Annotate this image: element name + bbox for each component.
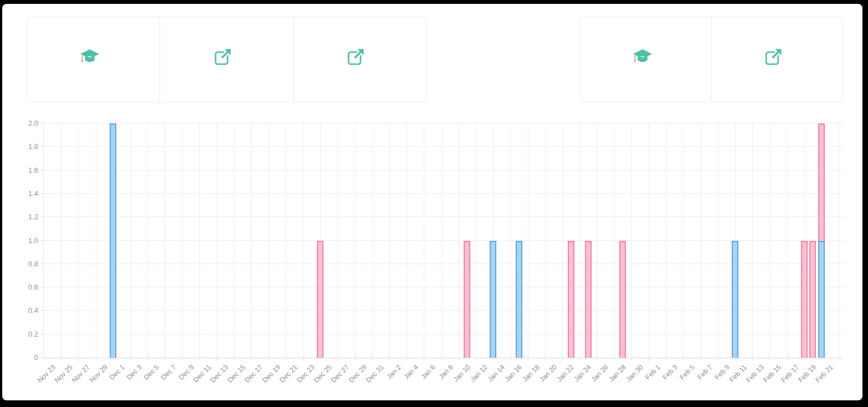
stat-total-backlinks	[160, 17, 292, 102]
x-axis-tick	[804, 358, 805, 360]
x-gridline	[199, 123, 200, 358]
y-axis-tick	[40, 240, 44, 241]
x-gridline	[303, 123, 304, 358]
x-axis-tick	[459, 358, 459, 360]
x-axis-label: Dec 27	[330, 363, 351, 384]
y-axis-tick	[40, 287, 44, 287]
y-axis-label: 0	[12, 353, 38, 362]
x-gridline	[562, 123, 563, 358]
x-gridline	[718, 123, 718, 358]
x-axis-tick	[78, 358, 79, 360]
x-axis-label: Dec 13	[209, 363, 230, 384]
x-gridline	[666, 123, 666, 358]
x-axis-tick	[96, 358, 96, 360]
x-axis-tick	[199, 358, 200, 360]
external-link-icon	[214, 48, 232, 65]
x-axis-tick	[701, 358, 701, 360]
x-axis-label: Jan 6	[420, 363, 438, 381]
x-axis-label: Nov 23	[36, 363, 57, 384]
x-gridline	[839, 123, 839, 358]
x-axis-label: Jan 10	[451, 363, 471, 383]
y-axis-tick	[40, 334, 44, 334]
x-axis-tick	[269, 358, 269, 360]
x-gridline	[389, 123, 390, 358]
x-axis-label: Feb 1	[644, 363, 662, 382]
x-axis-tick	[579, 358, 580, 360]
x-axis-label: Jan 24	[573, 363, 593, 383]
stat-domain-strength	[27, 17, 160, 102]
x-axis-tick	[528, 358, 528, 360]
x-axis-tick	[718, 358, 718, 360]
x-axis-tick	[424, 358, 424, 360]
x-axis-tick	[683, 358, 684, 360]
bar-new-backlinks-feb-21[interactable]	[818, 241, 825, 358]
x-gridline	[147, 123, 148, 358]
y-axis-label: 1.6	[12, 166, 38, 174]
x-axis-label: Jan 30	[624, 363, 644, 383]
y-axis-tick	[40, 123, 44, 123]
bar-lost-backlinks-feb-19[interactable]	[801, 241, 808, 358]
y-axis-label: 1.4	[12, 189, 38, 198]
y-axis-label: 0.4	[12, 306, 38, 315]
bar-new-backlinks-feb-11[interactable]	[732, 241, 738, 358]
x-axis-label: Jan 12	[469, 363, 489, 383]
new-lost-backlinks-card	[580, 17, 843, 102]
x-gridline	[372, 123, 373, 358]
y-axis-tick	[40, 357, 44, 358]
y-axis-label: 0.2	[12, 330, 38, 338]
bar-lost-backlinks-jan-11[interactable]	[464, 241, 470, 358]
x-axis-label: Nov 29	[88, 363, 109, 384]
y-axis-label: 1.8	[12, 142, 38, 151]
x-axis-tick	[769, 358, 770, 360]
x-axis-tick	[614, 358, 615, 360]
x-axis-tick	[407, 358, 407, 360]
x-axis-label: Dec 29	[347, 363, 368, 384]
x-axis-label: Dec 15	[226, 363, 247, 384]
bar-new-backlinks-dec-1[interactable]	[110, 123, 116, 358]
x-axis-tick	[476, 358, 476, 360]
x-axis-tick	[735, 358, 736, 360]
x-gridline	[545, 123, 546, 358]
x-axis-tick	[649, 358, 649, 360]
y-gridline	[44, 240, 843, 241]
bar-lost-backlinks-dec-25[interactable]	[317, 241, 323, 358]
bar-lost-backlinks-jan-25[interactable]	[585, 241, 592, 358]
x-axis-tick	[303, 358, 304, 360]
bar-new-backlinks-jan-17[interactable]	[516, 241, 522, 358]
bar-lost-backlinks-feb-20[interactable]	[809, 241, 816, 358]
x-axis-tick	[631, 358, 632, 360]
x-gridline	[337, 123, 338, 358]
x-axis-label: Dec 5	[142, 363, 161, 382]
y-gridline	[44, 193, 843, 194]
x-axis-tick	[234, 358, 234, 360]
x-gridline	[269, 123, 269, 358]
x-axis-label: Feb 19	[797, 363, 817, 384]
x-axis-tick	[821, 358, 822, 360]
y-gridline	[44, 310, 843, 311]
bar-lost-backlinks-jan-23[interactable]	[568, 241, 574, 358]
x-axis-label: Jan 16	[504, 363, 523, 383]
x-gridline	[769, 123, 770, 358]
x-gridline	[701, 123, 701, 358]
x-axis-tick	[165, 358, 165, 360]
x-axis-tick	[286, 358, 286, 360]
bar-lost-backlinks-jan-29[interactable]	[619, 241, 626, 358]
x-gridline	[424, 123, 424, 358]
x-gridline	[476, 123, 476, 358]
y-gridline	[44, 334, 843, 334]
bar-new-backlinks-jan-14[interactable]	[490, 241, 496, 358]
x-axis-label: Feb 3	[661, 363, 680, 382]
x-gridline	[355, 123, 356, 358]
y-axis-label: 0.8	[12, 260, 38, 268]
x-axis-label: Jan 2	[385, 363, 403, 381]
x-axis-tick	[545, 358, 546, 360]
x-axis-tick	[251, 358, 251, 360]
x-axis-tick	[510, 358, 511, 360]
x-gridline	[217, 123, 217, 358]
y-gridline	[44, 217, 843, 217]
x-axis-label: Jan 4	[403, 363, 420, 381]
y-axis-label: 2.0	[12, 119, 38, 127]
x-gridline	[165, 123, 165, 358]
backlinks-overview-card	[27, 17, 427, 102]
x-axis-label: Dec 17	[243, 363, 264, 384]
